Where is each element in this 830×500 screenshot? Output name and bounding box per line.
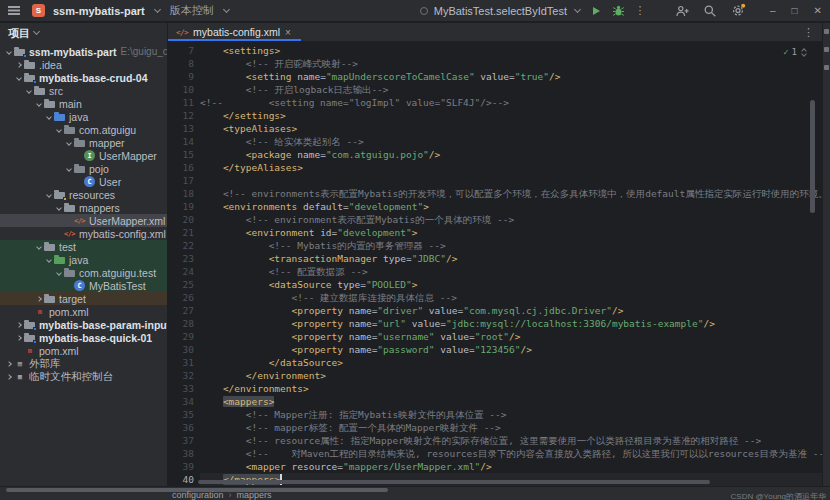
chevron-down-icon[interactable] [64, 166, 73, 171]
horizontal-scrollbar[interactable] [198, 480, 710, 484]
tree-row-pojo[interactable]: pojo [0, 162, 168, 175]
tree-row-mybatistest[interactable]: CMyBatisTest [0, 279, 168, 292]
code-line-20[interactable]: <!-- environment表示配置Mybatis的一个具体的环境 --> [200, 213, 822, 226]
run-button[interactable] [588, 3, 604, 19]
project-panel-header[interactable]: 项目 [0, 23, 167, 43]
chevron-down-icon[interactable] [44, 257, 53, 262]
chevron-right-icon[interactable] [4, 362, 13, 366]
tree-row-mybatis-config-xml[interactable]: </>mybatis-config.xml [0, 227, 168, 240]
project-badge[interactable]: S [32, 4, 45, 17]
code-line-35[interactable]: <!-- Mapper注册: 指定Mybatis映射文件的具体位置 --> [200, 408, 822, 421]
code-line-26[interactable]: <!-- 建立数据库连接的具体信息 --> [200, 291, 822, 304]
tree-row-mybatis-base-quick-01[interactable]: mybatis-base-quick-01 [0, 331, 168, 344]
tree-row-target[interactable]: target [0, 292, 168, 305]
code-line-23[interactable]: <transactionManager type="JDBC"/> [200, 252, 822, 265]
tree-row-usermapper[interactable]: IUserMapper [0, 149, 168, 162]
tree-row-pom-xml[interactable]: mpom.xml [0, 305, 168, 318]
chevron-down-icon[interactable] [54, 270, 63, 275]
inspections-widget[interactable]: ✓ 1 [783, 46, 806, 59]
vcs-widget[interactable]: 版本控制 [170, 3, 214, 18]
tree-row-mapper[interactable]: mapper [0, 136, 168, 149]
chevron-right-icon[interactable] [4, 375, 13, 379]
chevron-down-icon[interactable] [44, 114, 53, 119]
chevron-down-icon[interactable] [34, 244, 43, 249]
settings-gear-icon[interactable] [730, 3, 746, 19]
chevron-right-icon[interactable] [14, 323, 23, 327]
tab-close-icon[interactable]: × [285, 27, 291, 38]
tree-row-com-atguigu[interactable]: com.atguigu [0, 123, 168, 136]
code-line-18[interactable]: <!-- environments表示配置Mybatis的开发环境，可以配置多个… [200, 187, 822, 200]
inspection-nav[interactable] [802, 49, 806, 56]
code-line-8[interactable]: <!-- 开启驼峰式映射--> [200, 57, 822, 70]
code-line-9[interactable]: <setting name="mapUnderscoreToCamelCase"… [200, 70, 822, 83]
breadcrumb-item-mappers[interactable]: mappers [237, 490, 272, 500]
chevron-down-icon[interactable] [14, 75, 23, 80]
tab-options-icon[interactable]: ⋮ [795, 23, 822, 41]
code-line-31[interactable]: </dataSource> [200, 356, 822, 369]
tree-row-ssm-mybatis-part[interactable]: ssm-mybatis-partE:\guigu_code\ssm-m [0, 45, 168, 58]
minimize-button[interactable]: – [770, 5, 776, 16]
chevron-down-icon[interactable] [4, 49, 13, 54]
tree-row-idea[interactable]: .idea [0, 58, 168, 71]
project-name-widget[interactable]: ssm-mybatis-part [53, 5, 145, 17]
code-line-10[interactable]: <!-- 开启logback日志输出--> [200, 83, 822, 96]
vertical-scrollbar[interactable] [810, 100, 815, 213]
code-line-24[interactable]: <!-- 配置数据源 --> [200, 265, 822, 278]
code-editor[interactable]: 7891011121314151617181920212223242526272… [168, 43, 822, 486]
chevron-right-icon[interactable] [14, 336, 23, 340]
code-line-28[interactable]: <property name="url" value="jdbc:mysql:/… [200, 317, 822, 330]
debug-button[interactable] [610, 3, 626, 19]
code-line-33[interactable]: </environments> [200, 382, 822, 395]
code-line-22[interactable]: <!-- Mybatis的内置的事务管理器 --> [200, 239, 822, 252]
chevron-down-icon[interactable] [34, 101, 43, 106]
code-line-15[interactable]: <package name="com.atguigu.pojo"/> [200, 148, 822, 161]
code-line-11[interactable]: <!-- <setting name="logImpl" value="SLF4… [200, 96, 822, 109]
breadcrumb-item-configuration[interactable]: configuration [172, 490, 224, 500]
more-actions-icon[interactable]: ⋮ [632, 3, 648, 19]
tree-row-java[interactable]: java [0, 253, 168, 266]
hamburger-menu-icon[interactable] [8, 6, 20, 15]
code-line-39[interactable]: <mapper resource="mappers/UserMapper.xml… [200, 460, 822, 473]
tree-row-main[interactable]: main [0, 97, 168, 110]
search-icon[interactable] [702, 3, 718, 19]
code-lines[interactable]: <settings> <!-- 开启驼峰式映射--> <setting name… [200, 44, 822, 486]
tree-row-pom-xml[interactable]: mpom.xml [0, 344, 168, 357]
tree-row-test[interactable]: test [0, 240, 168, 253]
code-line-37[interactable]: <!-- resource属性: 指定Mapper映射文件的实际存储位置, 这里… [200, 434, 822, 447]
database-icon[interactable] [824, 65, 829, 70]
code-line-19[interactable]: <environments default="development"> [200, 200, 822, 213]
ai-assistant-icon[interactable] [824, 47, 829, 52]
tree-row-[interactable]: ▦临时文件和控制台 [0, 370, 168, 383]
tree-row-resources[interactable]: resources [0, 188, 168, 201]
run-configuration-select[interactable]: MyBatisTest.selectByIdTest [434, 5, 567, 17]
code-line-36[interactable]: <!-- mapper标签: 配置一个具体的Mapper映射文件 --> [200, 421, 822, 434]
code-line-34[interactable]: <mappers> [200, 395, 822, 408]
code-line-25[interactable]: <dataSource type="POOLED"> [200, 278, 822, 291]
chevron-down-icon[interactable] [54, 205, 63, 210]
code-line-32[interactable]: </environment> [200, 369, 822, 382]
chevron-right-icon[interactable] [14, 63, 23, 67]
tree-row-com-atguigu-test[interactable]: com.atguigu.test [0, 266, 168, 279]
chevron-down-icon[interactable] [54, 127, 63, 132]
code-line-12[interactable]: </settings> [200, 109, 822, 122]
code-line-7[interactable]: <settings> [200, 44, 822, 57]
code-line-16[interactable]: </typeAliases> [200, 161, 822, 174]
tree-row-user[interactable]: CUser [0, 175, 168, 188]
tree-row-mappers[interactable]: mappers [0, 201, 168, 214]
tree-row-mybatis-base-crud-04[interactable]: mybatis-base-crud-04 [0, 71, 168, 84]
code-line-14[interactable]: <!-- 给实体类起别名 --> [200, 135, 822, 148]
chevron-down-icon[interactable] [64, 140, 73, 145]
add-user-icon[interactable] [674, 3, 690, 19]
tree-row-mybatis-base-param-input-02[interactable]: mybatis-base-param-input-02 [0, 318, 168, 331]
code-line-17[interactable] [200, 174, 822, 187]
code-line-29[interactable]: <property name="username" value="root"/> [200, 330, 822, 343]
tree-row-java[interactable]: java [0, 110, 168, 123]
chevron-down-icon[interactable] [24, 88, 33, 93]
code-line-21[interactable]: <environment id="development"> [200, 226, 822, 239]
tree-row-[interactable]: ▤外部库 [0, 357, 168, 370]
code-line-13[interactable]: <typeAliases> [200, 122, 822, 135]
code-line-38[interactable]: <!-- 对Maven工程的目录结构来说, resources目录下的内容会直接… [200, 447, 822, 460]
notifications-icon[interactable] [824, 29, 829, 34]
code-line-30[interactable]: <property name="password" value="123456"… [200, 343, 822, 356]
tree-row-src[interactable]: src [0, 84, 168, 97]
